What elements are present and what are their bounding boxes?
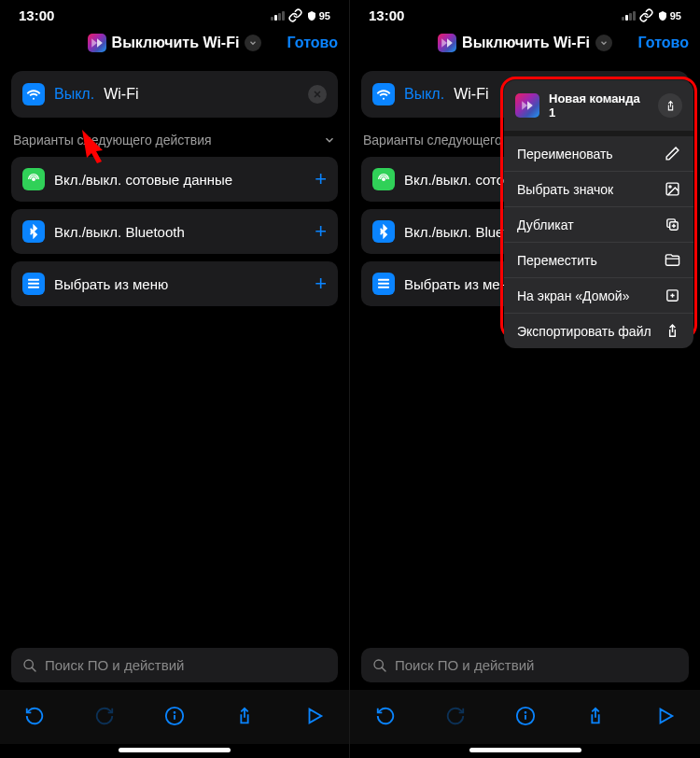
battery-shield-icon: [306, 10, 317, 21]
screen-right: 13:00 95 Выключить Wi-Fi Гото: [350, 0, 700, 758]
title-menu-button[interactable]: [595, 35, 612, 51]
export-icon: [665, 323, 680, 339]
link-icon: [639, 8, 653, 22]
signal-icon: [271, 11, 285, 21]
bluetooth-icon: [372, 220, 395, 243]
svg-rect-5: [28, 287, 39, 288]
svg-point-22: [525, 712, 525, 713]
undo-button[interactable]: [16, 697, 53, 735]
play-button[interactable]: [296, 697, 333, 735]
shortcuts-app-icon: [88, 34, 106, 52]
undo-button[interactable]: [367, 697, 404, 735]
arrow-annotation: [75, 126, 112, 163]
cellular-icon: [372, 168, 395, 190]
action-toggle-button[interactable]: Выкл.: [54, 86, 94, 103]
context-item-rename[interactable]: Переименовать: [504, 136, 693, 172]
signal-icon: [622, 11, 636, 21]
battery-level: 95: [670, 10, 681, 21]
done-button[interactable]: Готово: [638, 35, 689, 51]
cellular-icon: [22, 168, 45, 190]
plus-icon: +: [315, 272, 327, 296]
title-menu-button[interactable]: [245, 35, 261, 51]
toolbar: [0, 690, 349, 744]
context-menu-title: Новая команда 1: [549, 91, 649, 119]
redo-button: [86, 697, 123, 735]
context-item-icon[interactable]: Выбрать значок: [504, 172, 693, 207]
folder-icon: [665, 252, 680, 268]
info-button[interactable]: [507, 697, 544, 735]
clear-action-button[interactable]: [308, 85, 327, 104]
bluetooth-icon: [22, 220, 45, 243]
context-item-export[interactable]: Экспортировать файл: [504, 314, 693, 348]
svg-marker-11: [309, 709, 321, 723]
wifi-action-card[interactable]: Выкл. Wi-Fi: [11, 71, 338, 118]
screen-left: 13:00 95 Выключить Wi-Fi Гото: [0, 0, 350, 758]
search-input[interactable]: Поиск ПО и действий: [11, 648, 338, 682]
svg-rect-15: [378, 279, 389, 281]
plus-icon: +: [315, 167, 327, 191]
svg-marker-23: [660, 709, 672, 723]
context-item-duplicate[interactable]: Дубликат: [504, 207, 693, 243]
svg-rect-16: [378, 283, 389, 285]
menu-icon: [22, 273, 45, 295]
svg-rect-3: [28, 279, 39, 281]
svg-point-14: [382, 177, 385, 181]
suggestion-bluetooth[interactable]: Вкл./выкл. Bluetooth +: [11, 209, 338, 254]
redo-button: [437, 697, 474, 735]
context-menu: Новая команда 1 Переименовать Выбрать зн…: [504, 80, 693, 348]
action-param: Wi-Fi: [104, 86, 138, 103]
shortcuts-app-icon: [515, 93, 539, 118]
home-indicator[interactable]: [469, 748, 581, 752]
screen-header: Выключить Wi-Fi Готово: [0, 26, 349, 60]
svg-rect-4: [28, 283, 39, 285]
screen-header: Выключить Wi-Fi Готово: [350, 26, 700, 60]
status-bar: 13:00 95: [350, 0, 700, 26]
wifi-icon: [22, 83, 45, 105]
suggestions-title: Варианты следующего действия: [13, 133, 212, 147]
context-item-homescreen[interactable]: На экран «Домой»: [504, 278, 693, 314]
context-share-button[interactable]: [658, 93, 682, 118]
suggestion-label: Выбрать из меню: [54, 276, 305, 292]
search-placeholder: Поиск ПО и действий: [45, 657, 184, 673]
plus-icon: +: [315, 219, 327, 244]
title: Выключить Wi-Fi: [112, 35, 240, 51]
svg-line-19: [382, 667, 385, 671]
suggestion-cellular[interactable]: Вкл./выкл. сотовые данные +: [11, 157, 338, 202]
suggestion-label: Вкл./выкл. сотовые данные: [54, 172, 305, 188]
context-item-move[interactable]: Переместить: [504, 243, 693, 278]
suggestion-menu[interactable]: Выбрать из меню +: [11, 261, 338, 306]
home-indicator[interactable]: [119, 748, 231, 752]
toolbar: [350, 690, 700, 744]
battery-shield-icon: [657, 10, 668, 21]
svg-point-2: [32, 177, 35, 181]
wifi-icon: [372, 83, 395, 105]
suggestion-label: Вкл./выкл. Bluetooth: [54, 224, 305, 240]
title: Выключить Wi-Fi: [462, 35, 590, 51]
svg-line-7: [32, 667, 35, 671]
shortcuts-app-icon: [438, 34, 456, 52]
info-button[interactable]: [156, 697, 193, 735]
chevron-down-icon: [323, 133, 336, 147]
done-button[interactable]: Готово: [287, 35, 338, 51]
action-param: Wi-Fi: [454, 86, 488, 103]
status-time: 13:00: [19, 7, 54, 23]
search-placeholder: Поиск ПО и действий: [395, 657, 534, 673]
svg-point-25: [669, 186, 671, 188]
action-toggle-button[interactable]: Выкл.: [404, 86, 444, 103]
pencil-icon: [665, 146, 680, 161]
link-icon: [288, 8, 302, 22]
context-menu-header: Новая команда 1: [504, 80, 693, 136]
suggestions-header[interactable]: Варианты следующего действия: [0, 123, 349, 153]
duplicate-icon: [665, 217, 680, 232]
battery-level: 95: [319, 10, 330, 21]
status-time: 13:00: [369, 7, 404, 23]
svg-point-10: [175, 712, 175, 713]
status-bar: 13:00 95: [0, 0, 349, 26]
play-button[interactable]: [647, 697, 684, 735]
menu-icon: [372, 273, 395, 295]
search-input[interactable]: Поиск ПО и действий: [361, 648, 689, 682]
share-button[interactable]: [226, 697, 263, 735]
share-button[interactable]: [577, 697, 614, 735]
add-square-icon: [665, 288, 680, 303]
image-icon: [665, 181, 680, 197]
